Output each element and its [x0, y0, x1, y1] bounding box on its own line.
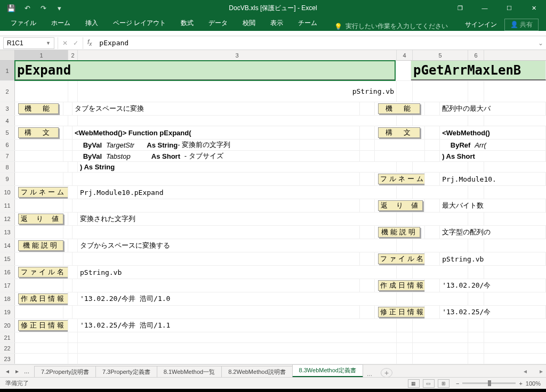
cell-label[interactable]: 機 能 [15, 102, 63, 115]
cell[interactable] [397, 332, 413, 342]
cell[interactable] [468, 239, 484, 252]
col-header-4[interactable]: 4 [397, 50, 413, 60]
row-header[interactable]: 16 [0, 266, 15, 279]
tab-data[interactable]: データ [201, 15, 235, 31]
add-sheet-icon[interactable]: + [381, 368, 392, 378]
sheet-prev-icon[interactable]: ▸ [13, 368, 21, 375]
redo-icon[interactable]: ↷ [36, 2, 50, 14]
cell[interactable] [68, 332, 78, 342]
cell[interactable] [73, 279, 360, 292]
cell-label[interactable]: 修正日情報 [15, 319, 68, 332]
undo-icon[interactable]: ↶ [20, 2, 34, 14]
sheet-hscroll[interactable]: ◂ ▸ [524, 368, 546, 375]
cell[interactable] [15, 354, 68, 364]
cell[interactable] [425, 252, 440, 265]
spreadsheet-grid[interactable]: 1 2 3 4 5 6 1 pExpand pGetArrMaxLenB 2 p… [0, 50, 546, 364]
row-header[interactable]: 12 [0, 213, 15, 225]
cell[interactable] [78, 116, 397, 126]
cell-label[interactable]: 作成日情報 [375, 279, 425, 292]
cell[interactable] [397, 239, 413, 252]
cell-value[interactable]: ByVal Tabstop As Short - タブサイズ [73, 151, 360, 161]
cell-label[interactable]: ファイル名 [375, 252, 425, 265]
row-header[interactable]: 6 [0, 140, 15, 150]
cell[interactable] [425, 279, 440, 292]
view-page-layout-icon[interactable]: ▭ [423, 379, 435, 388]
col-header-3[interactable]: 3 [78, 50, 397, 60]
cell[interactable] [15, 199, 63, 212]
cell-value[interactable]: ) As Short [440, 151, 546, 161]
cell[interactable] [397, 116, 413, 126]
cell[interactable] [425, 151, 440, 161]
col-header-6[interactable]: 6 [468, 50, 484, 60]
cell[interactable] [73, 226, 360, 239]
cell[interactable] [78, 354, 397, 364]
minimize-icon[interactable]: — [472, 0, 497, 16]
cell[interactable] [413, 162, 468, 172]
cell[interactable] [397, 266, 413, 279]
cell-label[interactable]: 返 り 値 [375, 199, 425, 212]
cell[interactable] [360, 102, 375, 115]
cell[interactable] [397, 162, 413, 172]
cell[interactable] [68, 116, 78, 126]
formula-expand-icon[interactable]: ⌄ [535, 39, 546, 47]
row-header[interactable]: 4 [0, 116, 15, 126]
row-header[interactable]: 3 [0, 102, 15, 115]
cell-label[interactable]: 修正日情報 [375, 306, 425, 318]
cell[interactable] [360, 140, 375, 150]
cell[interactable] [468, 332, 484, 342]
cell[interactable] [360, 226, 375, 239]
cell[interactable] [413, 266, 468, 279]
col-header-5[interactable]: 5 [413, 50, 468, 60]
cell[interactable] [63, 306, 73, 318]
cell[interactable] [468, 292, 484, 305]
tab-review[interactable]: 校閲 [235, 15, 263, 31]
zoom-out-icon[interactable]: − [456, 380, 459, 387]
cell-value[interactable]: ) As String [78, 162, 397, 172]
cell-value[interactable]: ByVal TargetStr As String - 変換前の文字列 [73, 140, 360, 150]
qat-dropdown-icon[interactable]: ▾ [52, 2, 66, 14]
sheet-tab[interactable]: 7.2Property説明書 [34, 366, 96, 378]
row-header[interactable]: 20 [0, 319, 15, 332]
sheet-first-icon[interactable]: ◂ [3, 368, 12, 375]
cell-r1c5[interactable]: pGetArrMaxLenB [411, 61, 546, 80]
cell[interactable] [360, 126, 375, 139]
tab-insert[interactable]: 挿入 [78, 15, 106, 31]
cell-file[interactable]: pString.vb [78, 81, 397, 102]
zoom-thumb[interactable] [488, 380, 491, 386]
fx-icon[interactable]: fx [83, 38, 96, 47]
cell-value[interactable]: タブをスペースに変換 [73, 102, 360, 115]
cell[interactable] [73, 199, 360, 212]
tell-me-search[interactable]: 💡 実行したい作業を入力してください [325, 22, 448, 31]
view-normal-icon[interactable]: ▦ [408, 379, 420, 388]
row-header[interactable]: 8 [0, 162, 15, 172]
row-header[interactable]: 13 [0, 226, 15, 239]
cell[interactable] [15, 306, 63, 318]
cell[interactable] [15, 226, 63, 239]
cell-value[interactable]: タブからスペースに変換する [78, 239, 397, 252]
cell[interactable] [360, 151, 375, 161]
cell-value[interactable]: '13.02.20/今井 浩司/1.0 [78, 292, 397, 305]
zoom-percent[interactable]: 100% [526, 380, 541, 387]
cell[interactable] [468, 81, 484, 102]
cell[interactable] [360, 199, 375, 212]
maximize-icon[interactable]: ☐ [497, 0, 521, 16]
cell[interactable] [425, 126, 440, 139]
view-page-break-icon[interactable]: ⊞ [438, 379, 449, 388]
row-header[interactable]: 9 [0, 173, 15, 185]
signin-link[interactable]: サインイン [465, 20, 497, 29]
cell[interactable] [413, 239, 468, 252]
cell[interactable] [63, 140, 73, 150]
cell[interactable] [360, 252, 375, 265]
tab-team[interactable]: チーム [291, 15, 325, 31]
chevron-down-icon[interactable]: ▼ [46, 40, 51, 46]
cell[interactable] [78, 332, 397, 342]
cell-value[interactable]: 文字型の配列の [440, 226, 546, 239]
cell-label[interactable]: 機能説明 [15, 239, 68, 252]
cell[interactable] [68, 292, 78, 305]
cell[interactable] [468, 343, 484, 353]
cell[interactable] [468, 186, 484, 199]
cell[interactable] [413, 319, 468, 332]
cell[interactable] [63, 151, 73, 161]
cell[interactable] [468, 266, 484, 279]
select-all-corner[interactable] [0, 50, 15, 60]
